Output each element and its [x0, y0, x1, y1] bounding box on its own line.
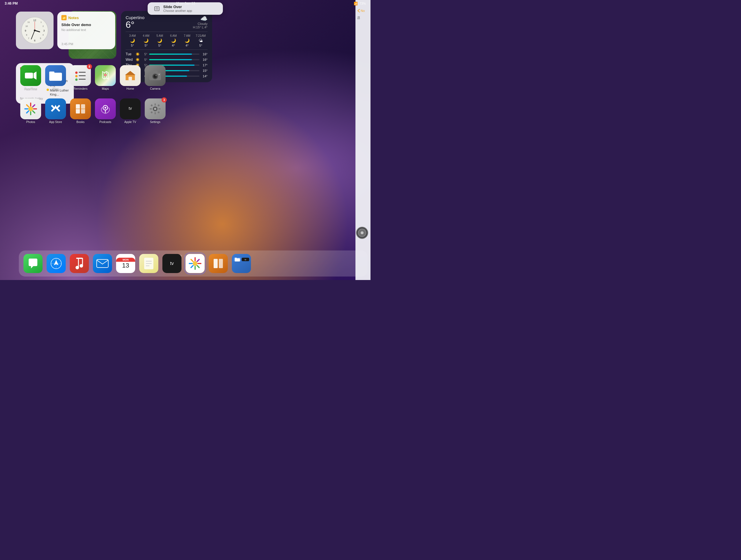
app-camera[interactable]	[145, 65, 165, 86]
hour-7am: 7 AM 🌙 4°	[180, 34, 194, 47]
svg-text:2: 2	[43, 25, 44, 27]
svg-line-49	[26, 105, 29, 107]
dock-appletv[interactable]: tv	[162, 254, 182, 273]
app-photos[interactable]	[20, 99, 41, 119]
svg-rect-70	[157, 111, 160, 114]
slide-over-icon	[153, 5, 160, 12]
dock-safari[interactable]	[47, 254, 66, 273]
tablet-icon	[154, 6, 160, 12]
svg-text:4: 4	[43, 34, 44, 36]
svg-point-26	[75, 75, 78, 77]
app-maps-label: Maps	[102, 87, 109, 90]
dock-notes[interactable]	[139, 254, 158, 273]
app-maps[interactable]	[95, 65, 116, 86]
dock-books-icon	[212, 257, 225, 270]
svg-text:10: 10	[25, 25, 28, 27]
dock-mail[interactable]	[93, 254, 112, 273]
appletv-icon: tv	[124, 105, 137, 113]
app-books-wrap: Books	[70, 99, 91, 124]
app-settings-label: Settings	[150, 120, 160, 124]
right-panel-back[interactable]: No	[357, 9, 369, 13]
app-reminders-label: Reminders	[73, 87, 87, 90]
dock-calendar[interactable]: MON 13	[116, 254, 135, 273]
photos-icon	[23, 102, 38, 116]
hourly-forecast: 3 AM 🌙 5° 4 AM 🌙 5° 5 AM 🌙 5° 6 AM 🌙 4° …	[126, 32, 208, 47]
slide-over-text: Slide Over Choose another app	[163, 5, 192, 12]
app-files[interactable]	[45, 65, 66, 86]
svg-rect-23	[49, 71, 54, 74]
app-grid-row1: FaceTime Files 8 Reminders	[20, 65, 165, 90]
slide-over-title: Slide Over	[163, 5, 192, 9]
right-panel-back-label: No	[361, 9, 365, 12]
slide-over-bar[interactable]: Slide Over Choose another app	[148, 2, 223, 15]
svg-text:tv: tv	[170, 261, 174, 266]
weather-right: ☁️ Cloudy H:15° L:4°	[193, 15, 208, 29]
svg-rect-65	[150, 108, 152, 110]
svg-point-102	[361, 231, 363, 234]
notes-folder-icon: 📁	[61, 15, 67, 20]
app-appletv[interactable]: tv	[120, 99, 141, 119]
app-settings[interactable]: 3	[145, 99, 165, 119]
day-wed: Wed ☀️ 5° 16°	[126, 58, 208, 62]
dock-music[interactable]	[70, 254, 89, 273]
weather-left: Cupertino 6°	[126, 15, 144, 29]
svg-rect-68	[157, 104, 160, 107]
home-icon	[125, 70, 136, 81]
svg-line-93	[191, 259, 193, 261]
svg-rect-66	[158, 108, 161, 110]
dock-notes-icon	[143, 257, 154, 270]
notes-widget: 📁 Notes Slide Over demo No additional te…	[57, 12, 115, 49]
svg-point-19	[34, 29, 36, 31]
dock-files-tv[interactable]: tv	[232, 254, 251, 273]
dock-books-wrap	[209, 254, 228, 273]
svg-rect-69	[150, 111, 153, 114]
books-icon	[74, 103, 87, 115]
dock-photos[interactable]	[186, 254, 205, 273]
svg-rect-67	[150, 104, 153, 107]
app-appletv-wrap: tv Apple TV	[120, 99, 141, 124]
app-appletv-label: Apple TV	[125, 120, 136, 124]
camera-icon	[149, 70, 161, 81]
dock-messages-wrap	[23, 254, 43, 273]
svg-rect-100	[235, 258, 237, 259]
app-photos-wrap: Photos	[20, 99, 41, 124]
hour-4am: 4 AM 🌙 5°	[139, 34, 153, 47]
hour-6am: 6 AM 🌙 4°	[167, 34, 180, 47]
app-facetime[interactable]	[20, 65, 41, 86]
svg-text:5: 5	[40, 37, 41, 40]
reminders-icon	[75, 69, 86, 82]
app-books[interactable]	[70, 99, 91, 119]
app-photos-label: Photos	[26, 120, 35, 124]
app-home[interactable]	[120, 65, 141, 86]
reminders-badge: 8	[87, 64, 92, 69]
app-files-wrap: Files	[45, 65, 66, 90]
svg-point-33	[105, 74, 106, 76]
svg-point-80	[76, 266, 79, 269]
svg-point-81	[80, 264, 83, 267]
app-reminders[interactable]: 8	[70, 65, 91, 86]
svg-line-95	[197, 259, 199, 261]
hour-721am: 7:21AM 🌤 5°	[194, 34, 208, 47]
app-settings-wrap: 3 Settings	[145, 99, 165, 124]
svg-rect-29	[79, 79, 86, 80]
app-podcasts-wrap: Podcasts	[95, 99, 116, 124]
app-podcasts-label: Podcasts	[99, 120, 111, 124]
dock-appletv-icon: tv	[165, 259, 178, 268]
app-appstore[interactable]	[45, 99, 66, 119]
right-panel-slide-label: Sli	[357, 16, 369, 19]
dock-messages[interactable]	[23, 254, 43, 273]
slide-label: Sli	[357, 16, 360, 19]
svg-rect-27	[79, 75, 86, 76]
svg-point-59	[105, 107, 106, 109]
podcasts-icon	[99, 103, 112, 115]
svg-rect-25	[79, 72, 86, 73]
dock-appletv-wrap: tv	[162, 254, 182, 273]
app-books-label: Books	[76, 120, 84, 124]
assistive-touch[interactable]	[356, 227, 368, 239]
dock-files-tv-wrap: tv	[232, 254, 251, 273]
app-podcasts[interactable]	[95, 99, 116, 119]
svg-text:9: 9	[24, 29, 26, 32]
svg-marker-36	[125, 71, 135, 75]
status-right: 📶 73%	[354, 2, 366, 5]
dock-books[interactable]	[209, 254, 228, 273]
